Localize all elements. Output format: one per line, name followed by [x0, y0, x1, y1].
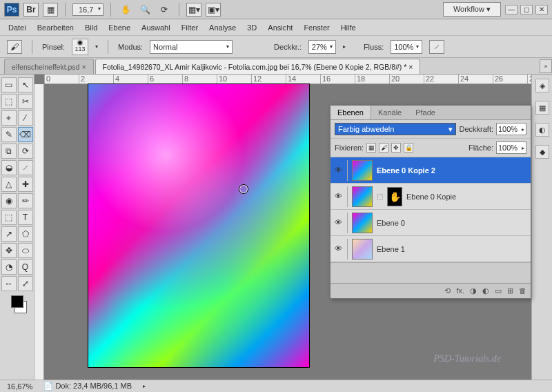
- tool-5[interactable]: ∕: [18, 110, 33, 126]
- brush-dropdown-icon[interactable]: ▾: [95, 43, 98, 50]
- layers-foot-btn-2[interactable]: ◑: [470, 286, 477, 295]
- tab-scroll-right[interactable]: »: [540, 59, 552, 73]
- tool-13[interactable]: ✚: [18, 177, 33, 192]
- tool-3[interactable]: ✂: [18, 94, 33, 109]
- status-flyout-icon[interactable]: ▸: [143, 383, 146, 389]
- workspace-switcher[interactable]: Workflow ▾: [443, 2, 501, 17]
- doc-tab-1[interactable]: eifenscheineffekt.psd ×: [4, 59, 94, 74]
- tool-22[interactable]: ◔: [1, 259, 17, 275]
- tool-2[interactable]: ⬚: [1, 94, 17, 109]
- brush-preset-picker[interactable]: 113: [72, 39, 88, 55]
- layer-row[interactable]: 👁⬚✋Ebene 0 Kopie: [331, 184, 531, 210]
- tab-pfade[interactable]: Pfade: [408, 106, 442, 119]
- flow-field[interactable]: 100%▾: [391, 40, 422, 54]
- visibility-icon[interactable]: 👁: [333, 218, 343, 228]
- tool-18[interactable]: ↗: [1, 226, 17, 242]
- layer-row[interactable]: 👁Ebene 0: [331, 210, 531, 236]
- dock-color-icon[interactable]: ◈: [535, 79, 549, 92]
- tool-12[interactable]: △: [1, 177, 17, 192]
- tool-15[interactable]: ✏: [18, 193, 33, 208]
- doc-tab-2[interactable]: Fotolia_14982670_XL Amir Kaljikovic - Fo…: [95, 59, 421, 74]
- menu-ebene[interactable]: Ebene: [108, 23, 130, 32]
- layer-thumbnail[interactable]: [352, 186, 373, 207]
- lock-all-icon[interactable]: 🔒: [404, 143, 413, 153]
- layers-foot-btn-3[interactable]: ◐: [482, 286, 489, 295]
- layer-name[interactable]: Ebene 1: [377, 245, 405, 253]
- menu-datei[interactable]: Datei: [8, 23, 26, 32]
- lock-transparency-icon[interactable]: ▦: [366, 143, 376, 153]
- airbrush-toggle[interactable]: ⟋: [429, 40, 444, 54]
- layer-thumbnail[interactable]: [352, 160, 373, 181]
- menu-bild[interactable]: Bild: [85, 23, 97, 32]
- menu-analyse[interactable]: Analyse: [209, 23, 236, 32]
- layers-foot-btn-1[interactable]: fx.: [456, 286, 464, 295]
- tool-6[interactable]: ✎: [1, 127, 17, 142]
- link-icon[interactable]: ⬚: [377, 193, 383, 200]
- close-button[interactable]: ✕: [535, 5, 548, 14]
- minimize-button[interactable]: —: [505, 5, 518, 14]
- opacity-flyout-icon[interactable]: ▸: [343, 43, 346, 50]
- brush-tool-icon[interactable]: 🖌: [7, 40, 22, 54]
- tool-7[interactable]: ⌫: [18, 127, 33, 142]
- dock-adjust-icon[interactable]: ◐: [535, 123, 549, 137]
- layer-name[interactable]: Ebene 0 Kopie: [406, 193, 456, 201]
- dock-swatches-icon[interactable]: ▦: [535, 101, 549, 115]
- layers-foot-btn-4[interactable]: ▭: [495, 286, 502, 295]
- minibridge-icon[interactable]: ▦: [43, 3, 58, 17]
- menu-bearbeiten[interactable]: Bearbeiten: [37, 23, 74, 32]
- bridge-icon[interactable]: Br: [23, 3, 39, 17]
- tool-8[interactable]: ⧉: [1, 144, 17, 159]
- menu-hilfe[interactable]: Hilfe: [341, 23, 356, 32]
- menu-fenster[interactable]: Fenster: [304, 23, 329, 32]
- blend-mode-select[interactable]: Normal▾: [150, 40, 233, 54]
- menu-3d[interactable]: 3D: [247, 23, 257, 32]
- tool-14[interactable]: ◉: [1, 193, 17, 208]
- app-icon[interactable]: Ps: [4, 3, 19, 17]
- tool-19[interactable]: ⬠: [18, 226, 33, 242]
- tool-21[interactable]: ⬭: [18, 243, 33, 258]
- opacity-field[interactable]: 27%▾: [308, 40, 336, 54]
- layer-blend-mode-select[interactable]: Farbig abwedeln▾: [335, 123, 456, 135]
- tool-16[interactable]: ⬚: [1, 210, 17, 225]
- layer-opacity-field[interactable]: 100%▸: [496, 123, 526, 135]
- tab-ebenen[interactable]: Ebenen: [331, 106, 371, 119]
- menu-filter[interactable]: Filter: [181, 23, 198, 32]
- tool-23[interactable]: Q: [18, 259, 33, 275]
- layers-foot-btn-0[interactable]: ⟲: [444, 286, 451, 295]
- menu-auswahl[interactable]: Auswahl: [141, 23, 170, 32]
- lock-pixels-icon[interactable]: 🖌: [379, 143, 388, 153]
- rotate-view-shortcut[interactable]: ⟳: [157, 3, 172, 17]
- layer-thumbnail[interactable]: [352, 213, 373, 233]
- layer-thumbnail[interactable]: [352, 239, 373, 259]
- foreground-swatch[interactable]: [11, 295, 23, 308]
- layer-name[interactable]: Ebene 0 Kopie 2: [377, 166, 435, 175]
- dock-styles-icon[interactable]: ◆: [535, 145, 549, 159]
- tool-0[interactable]: ▭: [1, 77, 17, 92]
- layers-foot-btn-5[interactable]: ⊞: [507, 286, 513, 295]
- lock-position-icon[interactable]: ✥: [391, 143, 401, 153]
- tool-11[interactable]: ⟋: [18, 160, 33, 175]
- tool-17[interactable]: T: [18, 210, 33, 225]
- tool-4[interactable]: ⌖: [1, 110, 17, 126]
- layer-name[interactable]: Ebene 0: [377, 219, 405, 227]
- visibility-icon[interactable]: 👁: [333, 192, 343, 202]
- maximize-button[interactable]: ◻: [520, 5, 533, 14]
- tool-24[interactable]: ↔: [1, 276, 17, 291]
- status-zoom[interactable]: 16,67%: [7, 382, 32, 391]
- tool-1[interactable]: ↖: [18, 77, 33, 92]
- zoom-level-select[interactable]: 16,7: [72, 3, 103, 16]
- tool-20[interactable]: ✥: [1, 243, 17, 258]
- visibility-icon[interactable]: 👁: [333, 166, 343, 175]
- hand-tool-shortcut[interactable]: ✋: [118, 3, 133, 17]
- layer-row[interactable]: 👁Ebene 1: [331, 236, 531, 262]
- mask-thumbnail[interactable]: ✋: [387, 187, 402, 206]
- layers-foot-btn-6[interactable]: 🗑: [519, 286, 526, 295]
- tool-9[interactable]: ⟳: [18, 144, 33, 159]
- arrange-docs-icon[interactable]: ▦▾: [186, 3, 201, 17]
- zoom-tool-shortcut[interactable]: 🔍: [137, 3, 152, 17]
- screen-mode-icon[interactable]: ▣▾: [206, 3, 221, 17]
- layer-fill-field[interactable]: 100%▸: [496, 141, 526, 154]
- tool-10[interactable]: ◒: [1, 160, 17, 175]
- menu-ansicht[interactable]: Ansicht: [268, 23, 293, 32]
- tab-kanale[interactable]: Kanäle: [371, 106, 408, 119]
